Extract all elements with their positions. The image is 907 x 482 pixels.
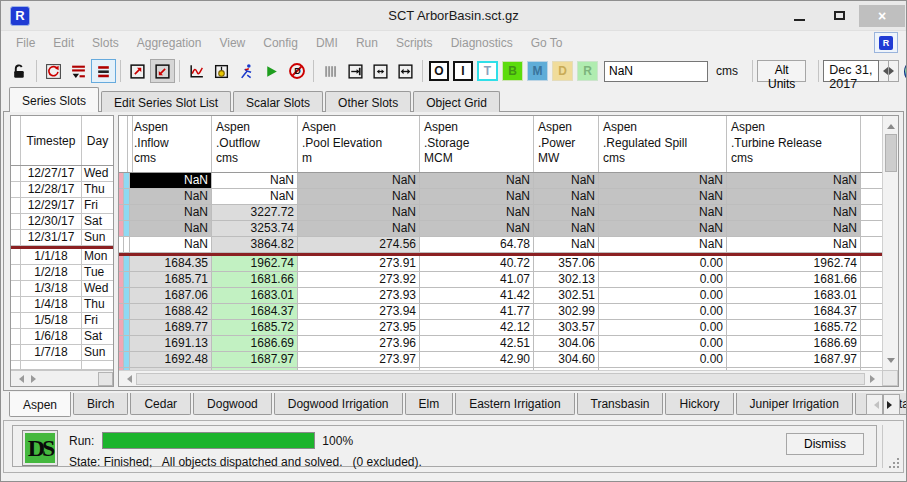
table-cell[interactable]: 273.91: [298, 256, 420, 272]
object-tab-dogwood-irrigation[interactable]: Dogwood Irrigation: [274, 393, 403, 415]
alt-units-button[interactable]: Alt Units: [757, 60, 806, 82]
previous-timestep-button[interactable]: [879, 60, 889, 82]
menu-item-slots[interactable]: Slots: [83, 33, 128, 53]
flag-button-d[interactable]: D: [552, 61, 573, 81]
run-control-icon[interactable]: [234, 59, 259, 83]
table-cell[interactable]: 1685.72: [212, 320, 298, 336]
tabs-scroll-right-button[interactable]: [883, 394, 900, 415]
flag-button-m[interactable]: M: [527, 61, 548, 81]
close-button[interactable]: ×: [859, 5, 905, 27]
table-cell[interactable]: NaN: [599, 237, 727, 253]
flag-button-t[interactable]: T: [477, 61, 498, 81]
fit-columns-icon[interactable]: [368, 59, 393, 83]
menu-item-aggregation[interactable]: Aggregation: [128, 33, 211, 53]
object-tab-aspen[interactable]: Aspen: [9, 392, 71, 417]
table-cell[interactable]: 64.78: [420, 237, 534, 253]
table-cell[interactable]: 42.51: [420, 336, 534, 352]
table-cell[interactable]: NaN: [534, 189, 599, 205]
table-cell[interactable]: NaN: [298, 173, 420, 189]
refresh-icon[interactable]: [41, 59, 66, 83]
table-cell[interactable]: 0.00: [599, 256, 727, 272]
table-cell[interactable]: NaN: [130, 205, 212, 221]
scroll-up-icon[interactable]: [883, 116, 899, 132]
timestep-header[interactable]: Timestep: [21, 116, 82, 165]
row-date[interactable]: 1/1/18: [21, 249, 82, 265]
row-date[interactable]: 1/5/18: [21, 313, 82, 329]
table-cell[interactable]: NaN: [534, 173, 599, 189]
timestep-row[interactable]: 1/4/18Thu: [11, 297, 113, 313]
row-view-icon[interactable]: [91, 59, 116, 83]
expand-dialog-icon[interactable]: [125, 59, 150, 83]
dismiss-button[interactable]: Dismiss: [786, 433, 864, 455]
table-cell[interactable]: 303.57: [534, 320, 599, 336]
table-cell[interactable]: NaN: [298, 205, 420, 221]
fit-all-columns-icon[interactable]: [393, 59, 418, 83]
timestep-row[interactable]: 12/28/17Thu: [11, 182, 113, 198]
table-cell[interactable]: 3864.82: [212, 237, 298, 253]
table-cell[interactable]: 41.77: [420, 304, 534, 320]
scrollbar-thumb[interactable]: [136, 373, 865, 385]
table-cell[interactable]: 1684.37: [212, 304, 298, 320]
table-cell[interactable]: NaN: [130, 173, 212, 189]
object-tab-juniper-irrigation[interactable]: Juniper Irrigation: [736, 393, 853, 415]
stop-run-icon[interactable]: D: [284, 59, 309, 83]
row-date[interactable]: 1/4/18: [21, 297, 82, 313]
table-cell[interactable]: 302.51: [534, 288, 599, 304]
table-cell[interactable]: NaN: [727, 173, 861, 189]
timestep-row[interactable]: 12/27/17Wed: [11, 166, 113, 182]
table-cell[interactable]: NaN: [727, 237, 861, 253]
table-cell[interactable]: 1683.01: [212, 288, 298, 304]
table-cell[interactable]: 1687.97: [212, 352, 298, 368]
table-cell[interactable]: 1681.66: [212, 272, 298, 288]
table-cell[interactable]: 3227.72: [212, 205, 298, 221]
table-cell[interactable]: 273.97: [298, 352, 420, 368]
table-cell[interactable]: 0.00: [599, 320, 727, 336]
table-cell[interactable]: 1691.13: [130, 336, 212, 352]
timestep-row[interactable]: 1/7/18Sun: [11, 345, 113, 361]
tab-object-grid[interactable]: Object Grid: [413, 91, 500, 112]
table-cell[interactable]: 0.00: [599, 352, 727, 368]
table-cell[interactable]: 304.06: [534, 336, 599, 352]
timestep-row[interactable]: 1/2/18Tue: [11, 265, 113, 281]
menu-item-edit[interactable]: Edit: [44, 33, 83, 53]
row-date[interactable]: 12/30/17: [21, 214, 82, 230]
plot-icon[interactable]: [184, 59, 209, 83]
table-cell[interactable]: 41.42: [420, 288, 534, 304]
timestep-row[interactable]: 1/6/18Sat: [11, 329, 113, 345]
flag-button-o[interactable]: O: [429, 61, 449, 81]
row-date[interactable]: 1/2/18: [21, 265, 82, 281]
table-cell[interactable]: 302.13: [534, 272, 599, 288]
row-date[interactable]: 12/31/17: [21, 230, 82, 246]
menu-item-config[interactable]: Config: [254, 33, 307, 53]
menu-item-dmi[interactable]: DMI: [307, 33, 347, 53]
timestep-row[interactable]: 1/5/18Fri: [11, 313, 113, 329]
column-header--inflow[interactable]: Aspen.Inflowcms: [130, 116, 212, 172]
table-cell[interactable]: 0.00: [599, 288, 727, 304]
column-header--outflow[interactable]: Aspen.Outflowcms: [212, 116, 298, 172]
horizontal-scrollbar[interactable]: [119, 370, 882, 386]
table-cell[interactable]: NaN: [420, 205, 534, 221]
table-cell[interactable]: NaN: [599, 189, 727, 205]
table-cell[interactable]: 1692.48: [130, 352, 212, 368]
timestep-row[interactable]: 1/1/18Mon: [11, 249, 113, 265]
collapse-dialog-icon[interactable]: [150, 59, 175, 83]
table-cell[interactable]: 41.07: [420, 272, 534, 288]
timestep-columns-icon[interactable]: [318, 59, 343, 83]
column-header--pool-elevation[interactable]: Aspen.Pool Elevationm: [298, 116, 420, 172]
lock-icon[interactable]: [7, 59, 32, 83]
object-tab-eastern-irrigation[interactable]: Eastern Irrigation: [455, 393, 574, 415]
table-cell[interactable]: 0.00: [599, 304, 727, 320]
table-cell[interactable]: 0.00: [599, 336, 727, 352]
row-date[interactable]: 1/6/18: [21, 329, 82, 345]
table-cell[interactable]: 1962.74: [212, 256, 298, 272]
scrollbar-thumb[interactable]: [98, 372, 113, 386]
table-cell[interactable]: NaN: [534, 205, 599, 221]
riverware-workspace-button[interactable]: R: [874, 32, 898, 53]
start-run-icon[interactable]: [259, 59, 284, 83]
table-cell[interactable]: NaN: [212, 189, 298, 205]
fit-column-icon[interactable]: [343, 59, 368, 83]
open-slot-icon[interactable]: [209, 59, 234, 83]
row-date[interactable]: 1/7/18: [21, 345, 82, 361]
table-cell[interactable]: NaN: [727, 221, 861, 237]
table-cell[interactable]: 1684.37: [727, 304, 861, 320]
